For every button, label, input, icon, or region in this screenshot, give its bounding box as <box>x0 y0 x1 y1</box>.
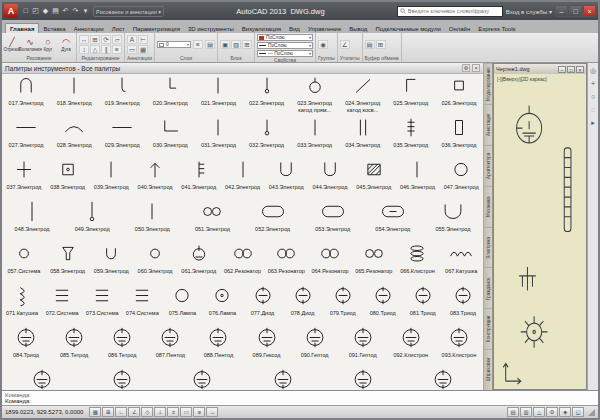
palette-tool[interactable]: 096.Тетрод <box>162 368 242 390</box>
palette-tool[interactable]: 046.Электрод <box>396 158 440 200</box>
palette-tool[interactable]: 033.Электрод <box>291 116 339 158</box>
plot-icon[interactable]: ▤ <box>51 7 60 15</box>
qp-toggle[interactable]: ↔ <box>206 407 218 417</box>
help-search-box[interactable] <box>397 6 503 17</box>
palette-tool[interactable]: 042.Электрод <box>221 158 265 200</box>
palette-tool[interactable]: 055.Электрод <box>423 200 483 242</box>
palette-tool[interactable]: 047.Электрод <box>439 158 483 200</box>
array-button[interactable]: ≡ <box>112 45 122 54</box>
palette-tool[interactable]: 075.Лампа <box>162 284 202 326</box>
palette-tab-Архитектура[interactable]: Архитектура <box>484 145 492 186</box>
save-icon[interactable]: ◆ <box>41 7 50 15</box>
palette-tool[interactable]: 065.Резонатор <box>352 242 396 284</box>
palette-tool[interactable]: 038.Электрод <box>46 158 90 200</box>
workspace-switch-button[interactable]: ⚙ <box>546 407 558 417</box>
palette-tool[interactable]: 073.Система <box>82 284 122 326</box>
rotate-button[interactable]: ⟳ <box>101 35 111 44</box>
measure-button[interactable]: ∠ <box>340 40 350 49</box>
workspace-switcher[interactable]: Рисование и аннотации ▾ <box>93 6 164 17</box>
palette-tool[interactable]: 028.Электрод <box>50 116 98 158</box>
ribbon-tab-Аннотации[interactable]: Аннотации <box>70 24 108 33</box>
sign-in-button[interactable]: Вход в службы ▾ <box>506 8 552 15</box>
mirror-button[interactable]: ▱ <box>112 35 122 44</box>
palette-tool[interactable]: 057.Система <box>2 242 46 284</box>
palette-tool[interactable]: 061.Электрод <box>177 242 221 284</box>
palette-tool[interactable]: 044.Электрод <box>308 158 352 200</box>
palette-tool[interactable]: 078.Диод <box>283 284 323 326</box>
tool-palette-header[interactable]: Палитры инструментов - Все палитры ⚙× <box>2 63 483 74</box>
palette-tool[interactable]: 094.Триод <box>2 368 82 390</box>
palette-tool[interactable]: 062.Резонатор <box>221 242 265 284</box>
lock-ui-button[interactable]: ◈ <box>559 407 571 417</box>
ribbon-tab-Визуализация[interactable]: Визуализация <box>238 24 285 33</box>
palette-tool[interactable]: 098.Гептод <box>323 368 403 390</box>
application-menu-button[interactable]: A <box>4 4 18 18</box>
palette-tool[interactable]: 086.Тетрод <box>98 326 146 368</box>
palette-tool[interactable]: 036.Электрод <box>435 116 483 158</box>
zoom-icon[interactable]: ○ <box>591 93 595 101</box>
palette-properties-button[interactable]: ⚙ <box>462 64 470 72</box>
copy-clip-button[interactable]: ⊞ <box>376 40 386 49</box>
palette-tool[interactable]: 060.Электрод <box>133 242 177 284</box>
palette-tab-Электрика[interactable]: Электрика <box>484 227 492 268</box>
ducs-toggle[interactable]: ± <box>167 407 179 417</box>
palette-tool[interactable]: 049.Электрод <box>62 200 122 242</box>
palette-tool[interactable]: 093.Клистрон <box>435 326 483 368</box>
dyn-toggle[interactable]: ▭ <box>180 407 192 417</box>
viewport-controls[interactable]: [-][Вверху][2D каркас] <box>497 76 547 82</box>
scale-button[interactable]: △ <box>90 45 100 54</box>
paste-button[interactable]: ▤ <box>365 40 375 49</box>
resize-grip[interactable] <box>588 409 595 416</box>
stretch-button[interactable]: ↕ <box>79 45 89 54</box>
maximize-button[interactable]: □ <box>569 5 582 17</box>
orbit-icon[interactable]: ◌ <box>591 106 595 114</box>
property-dropdown-2[interactable]: — ПоСлою▾ <box>257 50 313 57</box>
doc-close-button[interactable]: × <box>576 66 584 73</box>
trim-button[interactable]: ∥ <box>101 45 111 54</box>
palette-tool[interactable]: 051.Электрод <box>182 200 242 242</box>
circle-button[interactable]: ○Круг <box>40 37 56 52</box>
undo-icon[interactable]: ↶ <box>61 7 70 15</box>
palette-tool[interactable]: 064.Резонатор <box>308 242 352 284</box>
navigation-wheel-icon[interactable]: ◎ <box>590 67 596 75</box>
layer-state-button[interactable]: ▤ <box>205 40 215 49</box>
ribbon-tab-Лист[interactable]: Лист <box>108 24 129 33</box>
redo-icon[interactable]: ↷ <box>71 7 80 15</box>
ribbon-tab-Управление[interactable]: Управление <box>304 24 345 33</box>
palette-tool[interactable]: 087.Пентод <box>146 326 194 368</box>
palette-tab-Гражданск.[interactable]: Гражданск. <box>484 267 492 308</box>
palette-tool[interactable]: 084.Триод <box>2 326 50 368</box>
palette-tool[interactable]: 074.Система <box>122 284 162 326</box>
ribbon-tab-Express Tools[interactable]: Express Tools <box>474 24 519 33</box>
layout-button[interactable]: ▥ <box>520 407 532 417</box>
palette-tool[interactable]: 099.Клистрон <box>403 368 483 390</box>
ortho-toggle[interactable]: ∟ <box>115 407 127 417</box>
palette-tool[interactable]: 088.Пентод <box>194 326 242 368</box>
group-button[interactable]: ◉ <box>318 40 328 49</box>
palette-tool[interactable]: 030.Электрод <box>146 116 194 158</box>
palette-tool[interactable]: 027.Электрод <box>2 116 50 158</box>
palette-tool[interactable]: 054.Электрод <box>363 200 423 242</box>
edit-block-button[interactable]: ⊞ <box>242 40 252 49</box>
snap-toggle[interactable]: ▦ <box>89 407 101 417</box>
palette-tab-Моделирование[interactable]: Моделирование <box>484 63 492 104</box>
palette-tool[interactable]: 083.Триод <box>443 284 483 326</box>
palette-tool[interactable]: 095.Тетрод <box>82 368 162 390</box>
new-file-icon[interactable]: □ <box>21 7 30 15</box>
property-dropdown-1[interactable]: ПоСлою▾ <box>257 42 313 49</box>
palette-tool[interactable]: 024.Электрод катод косв... <box>339 74 387 116</box>
otrack-toggle[interactable]: ⊥ <box>154 407 166 417</box>
palette-tool[interactable]: 026.Электрод <box>435 74 483 116</box>
palette-tool[interactable]: 085.Тетрод <box>50 326 98 368</box>
palette-tool[interactable]: 058.Электрод <box>46 242 90 284</box>
palette-tool[interactable]: 034.Электрод <box>339 116 387 158</box>
palette-tab-Механика[interactable]: Механика <box>484 186 492 227</box>
close-button[interactable]: × <box>583 5 596 17</box>
leader-button[interactable]: ▭ <box>127 45 137 54</box>
palette-tool[interactable]: 053.Электрод <box>303 200 363 242</box>
table-button[interactable]: ▦ <box>138 45 148 54</box>
doc-restore-button[interactable]: □ <box>567 66 575 73</box>
search-input[interactable] <box>408 8 496 14</box>
annotation-scale-button[interactable]: △ <box>533 407 545 417</box>
palette-tool[interactable]: 071.Катушка <box>2 284 42 326</box>
